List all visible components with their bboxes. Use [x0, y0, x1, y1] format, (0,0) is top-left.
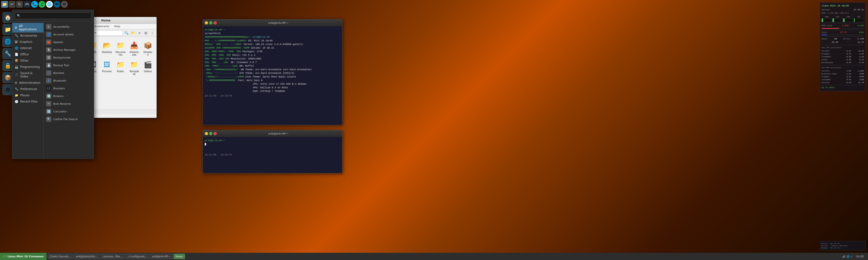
- mem-proc-mem-firefox: 1,06G: [857, 70, 864, 72]
- extra-icon[interactable]: ⚙: [61, 1, 68, 8]
- taskbar-item-cedric[interactable]: [Cedric Gervais...: [48, 254, 73, 259]
- terminal-body-1[interactable]: erik@erik-HP:~ screenfetch MMMMMMMMMMMMM…: [203, 26, 342, 125]
- terminal-minimize[interactable]: _: [205, 21, 208, 25]
- category-other[interactable]: 📦 Other: [12, 58, 43, 64]
- view-toggle[interactable]: ≡: [136, 30, 142, 36]
- app-item-brackets[interactable]: {} Brackets: [44, 84, 94, 92]
- skype-icon[interactable]: 📞: [31, 1, 38, 8]
- mem-proc-firefox: firefox 1,95 1,06G: [822, 70, 864, 72]
- file-item-videos[interactable]: 🎬 Videos: [142, 59, 154, 77]
- grid-toggle[interactable]: ⊞: [143, 30, 149, 36]
- terminal-maximize[interactable]: □: [209, 21, 212, 25]
- mem-proc-dropbox: dropbox 3,34 253M: [822, 75, 864, 78]
- term-art4: ddddMMh dMM hNMNNNNNMNMNh: NdMM: [205, 47, 250, 49]
- taskbar-item-label: Home: [176, 255, 183, 258]
- app-search-input[interactable]: [15, 12, 91, 19]
- taskbar-item-common[interactable]: common - Bra...: [101, 254, 124, 259]
- menu-bookmarks[interactable]: Bookmarks: [93, 24, 111, 28]
- thunderbird-icon[interactable]: ✉: [54, 1, 60, 8]
- taskbar-item-config[interactable]: ~/.config/conk...: [125, 254, 149, 259]
- refresh-icon[interactable]: ↻: [16, 1, 23, 8]
- app-item-backgrounds[interactable]: 🖼 Backgrounds: [44, 54, 94, 62]
- file-item-public[interactable]: 📁 Public: [114, 59, 127, 77]
- read-value: 0B: [834, 38, 837, 41]
- mem-proc-name-brackets: Brackets-node: [822, 72, 838, 75]
- sidebar-icon-5[interactable]: 🔒: [2, 60, 13, 71]
- category-programming[interactable]: 💻 Programming: [12, 64, 43, 70]
- more-btn[interactable]: ⋮: [150, 30, 155, 36]
- category-graphics[interactable]: 🖼 Graphics: [12, 39, 43, 45]
- app-item-backup[interactable]: 💾 Backup Tool: [44, 62, 94, 69]
- cpu-pct-3: 14%: [846, 15, 850, 18]
- app-item-account[interactable]: 👤 Account details: [44, 31, 94, 38]
- sidebar-icon-1[interactable]: 🏠: [2, 12, 13, 23]
- category-preferences[interactable]: 🔧 Preferences: [12, 86, 43, 92]
- taskbar-item-home[interactable]: Home: [174, 254, 185, 259]
- app-icon-catfish: 🔍: [46, 116, 51, 122]
- terminal2-close[interactable]: ×: [213, 132, 217, 135]
- sysinfo-disk: Disk: 27.7G 182G: [822, 31, 864, 34]
- file-item-documents[interactable]: 📁 Documents: [114, 39, 127, 57]
- sidebar-icon-4[interactable]: 🔧: [2, 48, 13, 59]
- app-item-bluetooth[interactable]: Ƀ Bluetooth: [44, 77, 94, 84]
- proc-cpu-pulse: 0,25: [844, 61, 851, 64]
- app-icon-archive: 🗜: [46, 47, 51, 52]
- app-item-bulk-rename[interactable]: ✏ Bulk Rename: [44, 100, 94, 108]
- file-item-pictures[interactable]: 🖼 Pictures: [101, 59, 113, 77]
- sidebar-icon-3[interactable]: 🌐: [2, 36, 13, 47]
- category-internet[interactable]: 🌐 Internet: [12, 45, 43, 51]
- folder-icon-documents: 📁: [116, 40, 125, 50]
- file-item-downloads[interactable]: 📥 Downloads: [128, 39, 141, 57]
- files-icon[interactable]: 📁: [1, 1, 8, 8]
- terminal-body-2[interactable]: erik@erik-HP:~ █ 16-11-05 - 14:25:47: [203, 137, 342, 173]
- terminal2-minimize[interactable]: _: [205, 132, 208, 135]
- app-item-barshee[interactable]: 🎵 Barshee: [44, 69, 94, 77]
- mem-proc-header: Top MEM processes:: [822, 66, 864, 69]
- sidebar-icon-7[interactable]: ⚙: [2, 84, 13, 95]
- spotify-icon[interactable]: ♫: [38, 1, 45, 8]
- category-administration[interactable]: ⚙ Administration: [12, 80, 43, 86]
- search-toggle[interactable]: 🔍: [123, 30, 129, 36]
- file-label-public: Public: [117, 70, 124, 73]
- app-item-brazero[interactable]: 💿 Brazero: [44, 92, 94, 100]
- sidebar-icon-6[interactable]: 📦: [2, 72, 13, 83]
- chrome-icon[interactable]: 🌐: [46, 1, 53, 8]
- app-item-archive[interactable]: 🗜 Archive Manager: [44, 46, 94, 54]
- start-button[interactable]: 🌿 Linux Mint 18 Cinnamon: [0, 253, 46, 260]
- steam-icon[interactable]: 🎮: [24, 1, 30, 8]
- category-label: Sound & Video: [20, 72, 41, 78]
- office-icon: 📄: [15, 53, 18, 56]
- app-item-applets[interactable]: 🍎 Applets: [44, 38, 94, 46]
- term-res: Resolution: 3680x1080: [231, 58, 261, 60]
- taskbar-item-erik-dubois[interactable]: erik@dubois/Arc...: [73, 254, 100, 259]
- mem-proc-name-firefox: firefox: [822, 70, 838, 72]
- file-item-desktop[interactable]: 📂 Desktop: [101, 39, 113, 57]
- category-places[interactable]: 📁 Places: [12, 92, 43, 99]
- file-item-templates[interactable]: 📁 Templates: [128, 59, 141, 77]
- file-item-dropbox[interactable]: 📦 Dropbox: [142, 39, 154, 57]
- proc-header: Top CPU processes:: [822, 46, 864, 49]
- app-icon-backup: 💾: [46, 63, 51, 68]
- new-folder-btn[interactable]: 📁: [130, 30, 136, 36]
- category-accessories[interactable]: 🔧 Accessories: [12, 33, 43, 39]
- category-all-applications[interactable]: ⊞ All Applications: [12, 23, 43, 33]
- file-label-desktop: Desktop: [102, 51, 112, 53]
- app-item-catfish[interactable]: 🔍 Catfish File Search: [44, 115, 94, 123]
- term-ts1: 16-11-05 - 14:25:44: [205, 95, 232, 97]
- graphics-icon: 🖼: [15, 40, 18, 44]
- terminal-close[interactable]: ×: [213, 21, 217, 25]
- category-recent-files[interactable]: 🕐 Recent Files: [12, 99, 43, 105]
- app-icon-bluetooth: Ƀ: [46, 78, 51, 83]
- terminal2-maximize[interactable]: □: [209, 132, 212, 135]
- taskbar-item-terminal[interactable]: erik@erik-HP:~: [150, 254, 173, 259]
- sidebar-icon-2[interactable]: 📁: [2, 24, 13, 35]
- app-item-calculator[interactable]: 🔢 Calculator: [44, 108, 94, 115]
- category-label: Preferences: [20, 87, 37, 91]
- category-office[interactable]: 📄 Office: [12, 51, 43, 58]
- disk-free: 182G: [859, 31, 864, 34]
- app-item-accessibility[interactable]: ♿ Accessibility: [44, 23, 94, 31]
- menu-help[interactable]: Help: [113, 24, 122, 28]
- music-widget: Title : De Ja Vu Artist : Cedric Gervais…: [820, 241, 866, 250]
- category-sound-video[interactable]: 🎵 Sound & Video: [12, 70, 43, 80]
- back-icon[interactable]: ↩: [9, 1, 16, 8]
